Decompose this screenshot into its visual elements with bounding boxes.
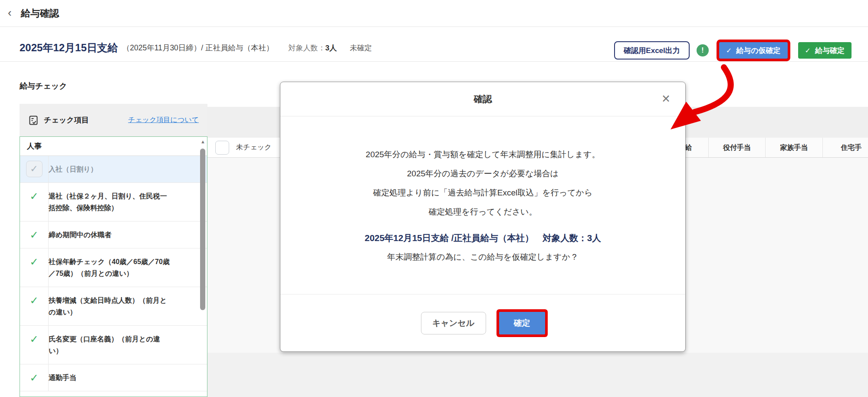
check-item-row[interactable]: ✓ 入社（日割り） [20,156,207,183]
check-icon: ✓ [30,294,38,307]
check-cell: ✓ [20,222,49,248]
target-count-value: 3人 [326,44,337,52]
dialog-text-line: 2025年分の給与・賞与額を確定して年末調整用に集計します。 [280,145,685,164]
dialog-text-line: 確定処理より前に「過去給与計算Excel取込」を行ってから [280,183,685,202]
dialog-header: 確認 [280,82,685,116]
check-icon: ✓ [805,46,811,55]
check-cell: ✓ [20,183,49,221]
check-item-row[interactable]: ✓ 通勤手当 [20,364,207,391]
dialog-question-line: 年末調整計算の為に、この給与を仮確定しますか？ [280,248,685,267]
check-icon: ✓ [30,371,38,384]
unchecked-filter-label: 未チェック [236,143,272,152]
check-item-label: 入社（日割り） [49,156,106,182]
target-count-label: 対象人数： [289,44,326,52]
check-items-about-link[interactable]: チェック項目について [128,116,199,125]
section-header: 人事 [20,137,207,156]
check-icon: ✓ [726,46,732,55]
checklist-icon [28,115,39,126]
dialog-text-line: 2025年分の過去のデータが必要な場合は [280,164,685,183]
check-item-label: 通勤手当 [49,364,85,391]
check-cell: ✓ [20,287,49,325]
check-panel-header: チェック項目 チェック項目について [20,104,207,136]
provisional-confirm-label: 給与の仮確定 [736,46,780,56]
scroll-up-icon[interactable]: ▲ [201,139,205,144]
payroll-confirmation-screen: ‹ 給与確認 2025年12月15日支給 （2025年11月30日締）/ 正社員… [0,0,868,397]
check-item-row-partial [20,391,207,397]
check-cell: ✓ [20,364,49,391]
confirmation-dialog: 確認 ✕ 2025年分の給与・賞与額を確定して年末調整用に集計します。 2025… [280,82,686,352]
alert-icon: ! [697,44,709,56]
finalize-button[interactable]: ✓ 給与確定 [798,42,852,59]
check-cell: ✓ [20,326,49,364]
check-item-row[interactable]: ✓ 氏名変更（口座名義）（前月との違い） [20,326,207,364]
column-header: 役付手当 [709,138,766,158]
top-bar [0,0,868,27]
provisional-confirm-button[interactable]: ✓ 給与の仮確定 [719,42,788,59]
column-header: 住宅手 [823,138,868,158]
check-icon: ✓ [30,228,38,242]
check-item-row[interactable]: ✓ 退社（社保２ヶ月、日割り、住民税一括控除、保険料控除） [20,183,207,222]
dialog-title: 確認 [474,93,492,105]
cancel-button[interactable]: キャンセル [421,312,486,334]
check-item-row[interactable]: ✓ 扶養増減（支給日時点人数）（前月との違い） [20,287,207,326]
page-title: 給与確認 [21,7,59,20]
dialog-body: 2025年分の給与・賞与額を確定して年末調整用に集計します。 2025年分の過去… [280,116,685,267]
payroll-header-actions: 確認用Excel出力 ! ✓ 給与の仮確定 ✓ 給与確定 [614,41,852,60]
target-count: 対象人数：3人 [289,43,337,53]
check-item-label: 氏名変更（口座名義）（前月との違い） [49,326,181,364]
check-icon: ✓ [30,255,38,268]
muted-check-icon: ✓ [26,161,43,177]
check-cell: ✓ [20,248,49,287]
dialog-footer: キャンセル 確定 [280,294,685,351]
check-item-label: 社保年齢チェック（40歳／65歳／70歳／75歳）（前月との違い） [49,248,181,287]
check-items-label: チェック項目 [44,115,89,125]
unchecked-filter-checkbox[interactable] [215,141,229,155]
scrollbar-thumb[interactable] [200,149,205,310]
column-header: 家族手当 [766,138,823,158]
check-cell: ✓ [20,156,49,182]
finalize-label: 給与確定 [815,46,845,56]
check-item-label: 扶養増減（支給日時点人数）（前月との違い） [49,287,181,325]
check-panel-title: 給与チェック [20,81,67,91]
dialog-summary-line: 2025年12月15日支給 /正社員給与（本社） 対象人数：3人 [280,228,685,248]
payroll-header-info: 2025年12月15日支給 （2025年11月30日締）/ 正社員給与（本社） … [20,38,372,57]
check-item-row[interactable]: ✓ 締め期間中の休職者 [20,222,207,248]
check-item-row[interactable]: ✓ 社保年齢チェック（40歳／65歳／70歳／75歳）（前月との違い） [20,248,207,287]
check-list-scrollbar[interactable]: ▲ [200,139,206,394]
status-badge: 未確定 [350,43,372,53]
check-item-label: 締め期間中の休職者 [49,222,120,248]
back-icon[interactable]: ‹ [8,6,12,19]
confirm-button[interactable]: 確定 [499,312,545,334]
check-item-list: 人事 ✓ 入社（日割り） ✓ 退社（社保２ヶ月、日割り、住民税一括控除、保険料控… [20,136,207,397]
payday-detail: （2025年11月30日締）/ 正社員給与（本社） [122,43,274,53]
payday-title: 2025年12月15日支給 [20,41,118,55]
check-icon: ✓ [30,190,38,203]
close-icon[interactable]: ✕ [661,93,671,105]
check-item-label: 退社（社保２ヶ月、日割り、住民税一括控除、保険料控除） [49,183,181,221]
table-bottom-area [207,353,868,397]
excel-export-button[interactable]: 確認用Excel出力 [614,41,689,60]
table-column-headers: 給 役付手当 家族手当 住宅手 [668,138,868,158]
check-icon: ✓ [30,333,38,346]
dialog-text-line: 確定処理を行ってください。 [280,202,685,222]
